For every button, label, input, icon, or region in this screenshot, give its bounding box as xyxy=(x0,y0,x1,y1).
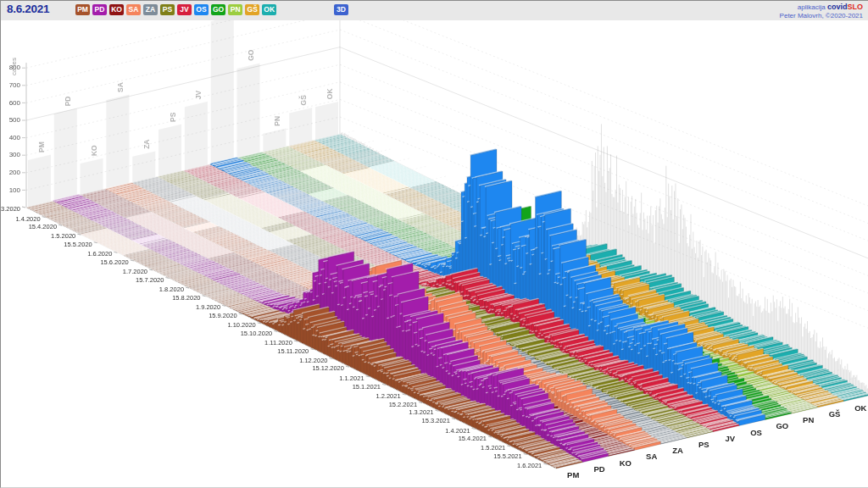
region-filter-buttons: PMPDKOSAZAPSJVOSGOPNGŠOK xyxy=(75,4,276,15)
region-button-za[interactable]: ZA xyxy=(143,4,158,15)
region-button-go[interactable]: GO xyxy=(211,4,225,15)
region-button-ps[interactable]: PS xyxy=(160,4,175,15)
region-button-pn[interactable]: PN xyxy=(228,4,242,15)
app-window: 8.6.2021 PMPDKOSAZAPSJVOSGOPNGŠOK 3D apl… xyxy=(0,0,868,488)
credit-byline: Peter Malovrh, ©2020-2021 xyxy=(780,12,863,19)
region-button-gš[interactable]: GŠ xyxy=(245,4,259,15)
current-date-label: 8.6.2021 xyxy=(7,3,49,15)
app-credit: aplikacija covidSLO Peter Malovrh, ©2020… xyxy=(780,3,863,19)
region-button-pd[interactable]: PD xyxy=(92,4,107,15)
region-button-sa[interactable]: SA xyxy=(126,4,141,15)
credit-prefix: aplikacija xyxy=(798,3,826,11)
top-toolbar: 8.6.2021 PMPDKOSAZAPSJVOSGOPNGŠOK 3D apl… xyxy=(1,1,868,20)
covid-3d-chart[interactable] xyxy=(1,1,868,488)
mode-3d-button[interactable]: 3D xyxy=(334,4,348,15)
brand-slo: SLO xyxy=(847,3,863,11)
region-button-os[interactable]: OS xyxy=(194,4,209,15)
region-button-jv[interactable]: JV xyxy=(177,4,192,15)
region-button-ok[interactable]: OK xyxy=(262,4,276,15)
brand-covid: covid xyxy=(827,3,848,11)
region-button-ko[interactable]: KO xyxy=(109,4,124,15)
region-button-pm[interactable]: PM xyxy=(75,4,90,15)
